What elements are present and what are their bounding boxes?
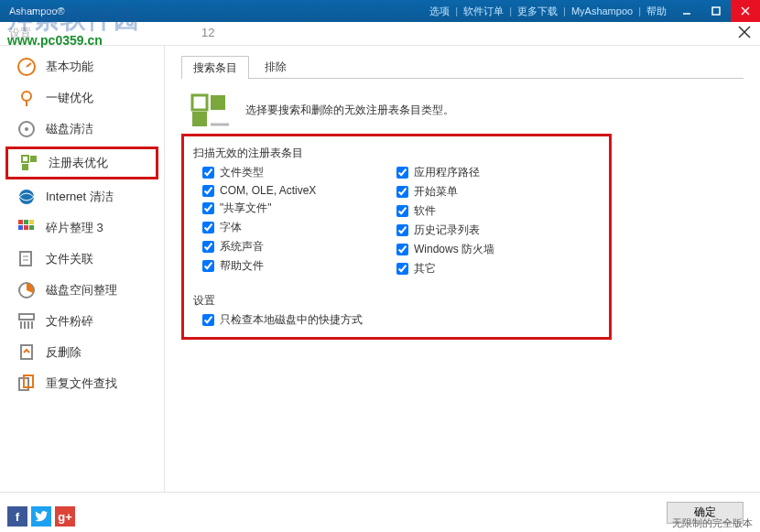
sidebar-item-label: 重复文件查找: [46, 375, 117, 392]
close-icon: [738, 26, 751, 38]
titlebar: Ashampoo® 选项 | 软件订单 | 更多下载 | MyAshampoo …: [0, 0, 760, 22]
svg-rect-35: [211, 95, 225, 110]
svg-rect-16: [18, 220, 23, 224]
shredder-icon: [16, 311, 37, 331]
sidebar-item-label: 反删除: [46, 344, 81, 361]
check-shared-files[interactable]: "共享文件": [202, 201, 396, 216]
tab-exclude[interactable]: 排除: [253, 55, 299, 78]
sidebar-item-registry[interactable]: 注册表优化: [5, 147, 158, 179]
check-history-lists[interactable]: 历史记录列表: [396, 223, 591, 238]
svg-rect-36: [192, 112, 207, 126]
check-help-files[interactable]: 帮助文件: [202, 258, 396, 274]
titlebar-link-myashampoo[interactable]: MyAshampoo: [566, 5, 638, 16]
check-com-ole[interactable]: COM, OLE, ActiveX: [202, 184, 396, 197]
svg-point-11: [25, 127, 28, 131]
finger-tap-icon: [16, 88, 37, 108]
check-system-sounds[interactable]: 系统声音: [202, 239, 396, 255]
breadcrumb: 设置: [9, 26, 31, 41]
titlebar-link-downloads[interactable]: 更多下载: [512, 5, 563, 18]
file-link-icon: [16, 249, 37, 269]
version-suffix: 12: [201, 26, 214, 39]
check-filetypes[interactable]: 文件类型: [202, 165, 396, 180]
svg-rect-31: [21, 345, 32, 359]
sidebar-item-shred[interactable]: 文件粉碎: [0, 306, 164, 337]
googleplus-button[interactable]: g+: [55, 506, 75, 527]
sidebar-item-defrag[interactable]: 碎片整理 3: [0, 212, 164, 244]
svg-rect-12: [22, 156, 28, 162]
sidebar-item-basic[interactable]: 基本功能: [0, 51, 164, 82]
defrag-icon: [16, 218, 37, 238]
svg-rect-22: [20, 252, 31, 266]
sidebar-item-oneclick[interactable]: 一键优化: [0, 82, 164, 114]
check-windows-firewall[interactable]: Windows 防火墙: [396, 242, 591, 257]
minimize-button[interactable]: [672, 0, 701, 22]
svg-rect-13: [30, 156, 37, 162]
sidebar-item-undelete[interactable]: 反删除: [0, 337, 164, 368]
sidebar-item-internet[interactable]: Internet 清洁: [0, 181, 164, 212]
svg-rect-18: [29, 220, 34, 224]
globe-icon: [16, 187, 37, 207]
sidebar-item-label: 一键优化: [46, 90, 93, 106]
check-app-paths[interactable]: 应用程序路径: [396, 165, 591, 180]
registry-large-icon: [189, 92, 233, 128]
content-area: 搜索条目 排除 选择要搜索和删除的无效注册表条目类型。 扫描无效的注册表条目 文…: [165, 46, 760, 492]
sidebar-item-diskspace[interactable]: 磁盘空间整理: [0, 275, 164, 306]
app-name: Ashampoo®: [9, 5, 424, 16]
dialog-header: 设置 12: [0, 22, 760, 46]
footer: f g+ 确定 无限制的完全版本: [0, 492, 760, 532]
titlebar-link-orders[interactable]: 软件订单: [458, 5, 509, 18]
maximize-icon: [711, 6, 721, 16]
tab-search-items[interactable]: 搜索条目: [181, 56, 249, 79]
svg-rect-26: [19, 314, 34, 320]
check-start-menu[interactable]: 开始菜单: [396, 184, 591, 200]
sidebar-item-label: 文件关联: [46, 251, 93, 267]
svg-rect-20: [24, 225, 28, 230]
svg-point-15: [19, 190, 34, 204]
undelete-icon: [16, 342, 37, 363]
sidebar-item-label: 注册表优化: [49, 155, 108, 171]
disk-icon: [16, 119, 37, 139]
check-software[interactable]: 软件: [396, 203, 591, 219]
sidebar: 基本功能 一键优化 磁盘清洁 注册表优化 Internet 清洁 碎片整理 3 …: [0, 46, 165, 492]
check-local-shortcuts-only[interactable]: 只检查本地磁盘中的快捷方式: [202, 312, 591, 328]
facebook-button[interactable]: f: [7, 506, 27, 527]
edition-text: 无限制的完全版本: [672, 516, 753, 530]
sidebar-item-diskclean[interactable]: 磁盘清洁: [0, 114, 164, 145]
titlebar-link-options[interactable]: 选项: [424, 5, 455, 18]
maximize-button[interactable]: [701, 0, 731, 22]
sidebar-item-fileassoc[interactable]: 文件关联: [0, 244, 164, 275]
close-button[interactable]: [731, 0, 760, 22]
svg-line-7: [27, 63, 31, 67]
svg-rect-21: [29, 225, 34, 230]
sidebar-item-label: 基本功能: [46, 59, 93, 75]
sidebar-item-label: Internet 清洁: [46, 189, 114, 205]
settings-redbox: 扫描无效的注册表条目 文件类型 COM, OLE, ActiveX "共享文件"…: [181, 134, 612, 340]
svg-rect-17: [24, 220, 28, 224]
description-text: 选择要搜索和删除的无效注册表条目类型。: [245, 103, 454, 118]
sidebar-item-label: 磁盘清洁: [46, 121, 93, 137]
group-scan-title: 扫描无效的注册表条目: [184, 140, 609, 165]
svg-rect-34: [192, 95, 207, 110]
titlebar-link-help[interactable]: 帮助: [641, 5, 672, 18]
tabs: 搜索条目 排除: [181, 55, 744, 79]
svg-point-8: [22, 92, 31, 101]
check-fonts[interactable]: 字体: [202, 220, 396, 235]
twitter-button[interactable]: [31, 506, 51, 527]
duplicate-icon: [16, 374, 37, 394]
gauge-icon: [16, 57, 37, 77]
twitter-icon: [35, 511, 48, 522]
close-icon: [741, 6, 750, 16]
group-settings-title: 设置: [184, 288, 609, 312]
svg-rect-1: [712, 7, 720, 15]
sidebar-item-label: 文件粉碎: [46, 313, 93, 330]
svg-rect-19: [18, 225, 23, 230]
disk-space-icon: [16, 280, 37, 300]
registry-icon: [19, 153, 39, 173]
minimize-icon: [682, 6, 691, 16]
svg-rect-14: [22, 164, 28, 170]
check-other[interactable]: 其它: [396, 261, 591, 277]
sidebar-item-dupefind[interactable]: 重复文件查找: [0, 368, 164, 399]
dialog-close-button[interactable]: [738, 26, 751, 41]
sidebar-item-label: 碎片整理 3: [46, 220, 103, 236]
sidebar-item-label: 磁盘空间整理: [46, 282, 117, 299]
